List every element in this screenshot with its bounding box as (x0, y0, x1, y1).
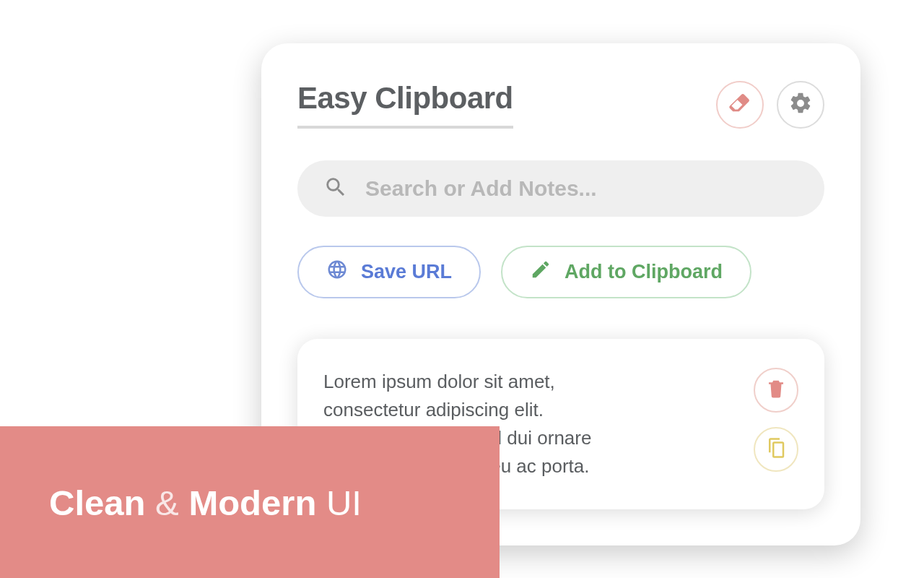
banner-amp: & (155, 483, 179, 522)
search-icon (323, 175, 348, 202)
erase-icon (728, 91, 752, 118)
save-url-button[interactable]: Save URL (297, 246, 481, 298)
promo-banner: Clean & Modern UI (0, 426, 500, 578)
add-clipboard-label: Add to Clipboard (565, 261, 723, 283)
copy-icon (765, 437, 787, 462)
title-wrap: Easy Clipboard (297, 81, 513, 129)
banner-word-3: UI (326, 483, 362, 522)
header-actions (716, 81, 824, 129)
settings-button[interactable] (777, 81, 824, 129)
search-input[interactable] (365, 176, 798, 201)
header: Easy Clipboard (297, 81, 824, 129)
action-row: Save URL Add to Clipboard (297, 246, 824, 298)
add-clipboard-button[interactable]: Add to Clipboard (501, 246, 751, 298)
search-bar[interactable] (297, 160, 824, 217)
note-actions (754, 368, 798, 472)
app-title: Easy Clipboard (297, 81, 513, 129)
pencil-icon (530, 259, 552, 285)
gear-icon (788, 91, 813, 118)
banner-word-1: Clean (49, 483, 145, 522)
delete-note-button[interactable] (754, 368, 798, 413)
globe-icon (326, 259, 348, 285)
banner-text: Clean & Modern UI (49, 483, 362, 523)
erase-button[interactable] (716, 81, 764, 129)
save-url-label: Save URL (361, 261, 452, 283)
copy-note-button[interactable] (754, 427, 798, 472)
trash-icon (765, 378, 787, 402)
banner-word-2: Modern (188, 483, 316, 522)
